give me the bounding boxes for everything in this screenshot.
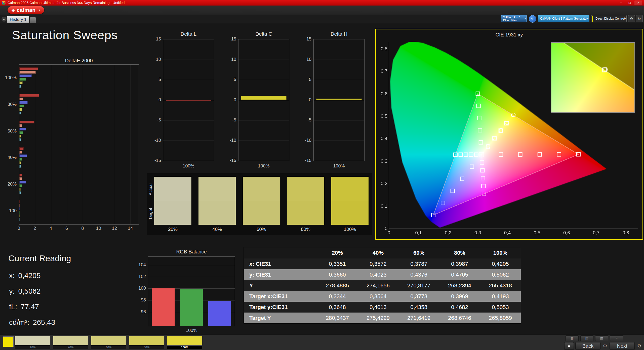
y-tick: 10 <box>231 57 236 62</box>
pattern-thumbnail-100%[interactable]: 100% <box>167 336 202 349</box>
pattern-thumbnail-40%[interactable]: 40% <box>53 336 88 349</box>
back-button[interactable]: Back <box>575 342 600 350</box>
deltae-x-tick: 0 <box>18 226 20 231</box>
deltae-gridline <box>99 65 99 224</box>
cie-1931-chart[interactable]: CIE 1931 xy 00,10,20,30,40,50,60,70,8 00… <box>375 29 643 240</box>
swatch-label: 80% <box>287 227 325 232</box>
target-marker-cyan <box>464 153 468 157</box>
swatch-100% <box>331 177 369 225</box>
bottom-bar: ■ Back ⚙ Next ⚙ 20%40%60%80%100%▦▤▥≡ <box>0 335 644 350</box>
footer-tool-button-1[interactable]: ▦ <box>566 335 579 341</box>
gridline <box>163 120 214 120</box>
target-marker-magenta <box>481 176 485 180</box>
swatch-60% <box>243 177 280 225</box>
y-tick: -10 <box>305 138 311 143</box>
target-marker-green <box>477 104 480 108</box>
target-marker-blue <box>441 201 445 205</box>
deltae-2000-chart[interactable] <box>19 64 139 225</box>
deltae-bar-magenta <box>19 71 36 74</box>
y-tick: 98 <box>141 297 146 303</box>
footer-tool-button-2[interactable]: ▤ <box>580 335 593 341</box>
table-value-cell: 0,4013 <box>358 304 398 311</box>
next-button[interactable]: Next <box>610 342 635 350</box>
table-value-cell: 265,8059 <box>480 315 521 321</box>
pattern-thumbnail-20%[interactable]: 20% <box>15 336 50 349</box>
gridline <box>314 39 364 39</box>
deltae-bar-magenta <box>19 204 20 207</box>
cie-y-tick: 0,4 <box>381 136 387 141</box>
deltae-bar-cyan <box>19 138 21 141</box>
table-value-cell: 0,3564 <box>358 293 398 300</box>
swatch-label: 100% <box>331 227 369 232</box>
target-marker-red <box>538 153 542 156</box>
rgb-balance-chart[interactable] <box>148 256 235 326</box>
deltae-bar-magenta <box>19 124 22 127</box>
delta-l-x-label: 100% <box>163 163 214 169</box>
measured-marker-yellow <box>486 144 490 148</box>
gridline <box>314 100 364 100</box>
deltae-bar-yellow <box>19 135 21 138</box>
next-settings-button[interactable]: ⚙ <box>636 342 643 350</box>
pattern-window-button[interactable]: ■ <box>564 342 574 350</box>
pattern-thumbnail-60%[interactable]: 60% <box>91 336 126 349</box>
gridline <box>314 120 364 120</box>
deltae-y-tick: 20% <box>8 182 17 187</box>
workspace: Saturation Sweeps DeltaE 2000 100%80%60%… <box>0 0 644 350</box>
footer-tool-button-3[interactable]: ▥ <box>595 335 608 341</box>
target-marker-cyan <box>459 153 463 157</box>
delta-h-chart[interactable] <box>313 39 365 161</box>
gridline <box>314 60 364 60</box>
table-column-header: 60% <box>398 250 439 256</box>
delta-h-x-label: 100% <box>313 163 365 169</box>
swatch-label: 20% <box>154 227 192 232</box>
cie-y-tick: 0 <box>385 226 387 231</box>
pattern-thumbnail-80%[interactable]: 80% <box>129 336 164 349</box>
cie-x-tick: 0,3 <box>474 230 481 236</box>
y-tick: 0 <box>234 97 236 102</box>
cie-x-tick: 0,5 <box>534 230 540 236</box>
deltae-x-tick: 14 <box>128 226 133 231</box>
deltae-bar-red <box>19 94 39 97</box>
thumbnail-color <box>91 336 126 345</box>
reading-x: x: 0,4205 <box>9 272 41 280</box>
deltae-bar-blue <box>19 74 32 77</box>
table-row-label: y: CIE31 <box>244 272 317 278</box>
deltae-x-tick: 6 <box>65 226 68 231</box>
deltae-bar-yellow <box>19 161 21 164</box>
deltae-bar-red <box>19 67 38 70</box>
reading-cdm2: cd/m²: 265,43 <box>9 318 55 327</box>
y-tick: 10 <box>156 57 161 62</box>
thumbnail-color <box>167 336 202 345</box>
cie-x-tick: 0,8 <box>623 230 629 236</box>
deltae-gridline <box>83 65 83 224</box>
table-column-header: 20% <box>317 250 358 256</box>
saturation-swatch-panel[interactable]: Actual Target 20%40%60%80%100% <box>147 173 372 235</box>
delta-l-y-axis: 151050-5-10-15 <box>150 39 161 161</box>
cie-zoom-inset <box>551 42 635 113</box>
cie-x-tick: 0,6 <box>563 230 570 236</box>
table-value-cell: 0,3648 <box>317 304 358 311</box>
target-marker-cyan <box>474 153 478 156</box>
deltae-y-tick: 100% <box>5 75 17 80</box>
delta-c-chart[interactable] <box>238 39 289 161</box>
rgb-bar-red <box>152 288 175 326</box>
cie-x-tick: 0 <box>388 230 390 236</box>
back-settings-button[interactable]: ⚙ <box>601 342 609 350</box>
deltae-bar-yellow <box>19 108 22 111</box>
deltae-bar-magenta <box>19 98 23 100</box>
table-value-cell: 271,6419 <box>398 315 439 321</box>
rgb-balance-title: RGB Balance <box>148 249 235 255</box>
swatch-actual <box>287 177 324 201</box>
y-tick: -10 <box>154 138 161 143</box>
y-tick: 5 <box>158 77 161 82</box>
delta-l-chart[interactable] <box>163 39 214 161</box>
cie-inset-canvas <box>551 43 634 112</box>
reading-y: y: 0,5062 <box>9 287 41 295</box>
gridline <box>163 141 214 141</box>
deltae-y-tick: 100 <box>9 208 17 213</box>
footer-tool-button-4[interactable]: ≡ <box>610 335 623 341</box>
cie-x-tick: 0,4 <box>504 230 511 236</box>
deltae-bar-green <box>19 78 26 81</box>
deltae-x-tick: 12 <box>112 226 117 231</box>
deltae-bar-magenta <box>19 151 22 154</box>
